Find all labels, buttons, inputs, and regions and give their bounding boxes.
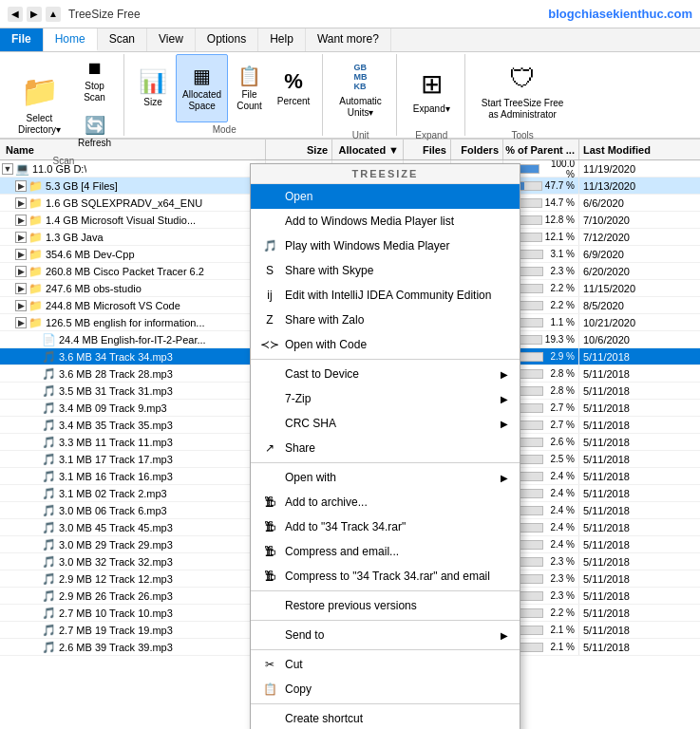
size-button[interactable]: 📊 Size [132, 54, 174, 122]
context-menu-item-share[interactable]: ↗Share [251, 436, 520, 460]
context-menu-item-add-rar[interactable]: 🗜Add to "34 Track 34.rar" [251, 514, 520, 539]
context-menu-item-compress-email[interactable]: 🗜Compress and email... [251, 539, 520, 564]
file-name-text: 3.6 MB 34 Track 34.mp3 [59, 351, 173, 363]
up-button[interactable]: ▲ [46, 7, 61, 22]
context-menu-item-open-with[interactable]: Open with▶ [251, 465, 520, 490]
cell-name: 🎵3.6 MB 28 Track 28.mp3 [0, 365, 266, 382]
context-menu-item-add-to-wmp[interactable]: Add to Windows Media Player list [251, 209, 520, 234]
context-menu-item-cut[interactable]: ✂Cut [251, 652, 520, 677]
context-menu-label: Edit with IntelliJ IDEA Community Editio… [285, 289, 491, 302]
tab-scan[interactable]: Scan [98, 28, 147, 51]
start-treesize-button[interactable]: 🛡 Start TreeSize Freeas Administrator [473, 54, 573, 128]
pct-text: 2.4 % [546, 488, 575, 498]
expand-tree-icon[interactable]: ▶ [15, 180, 27, 192]
file-count-button[interactable]: 📋 FileCount [230, 54, 269, 122]
cell-name: 🎵2.6 MB 39 Track 39.mp3 [0, 639, 266, 655]
pct-text: 2.3 % [546, 266, 575, 276]
expand-tree-icon[interactable]: ▶ [15, 300, 27, 311]
col-header-date[interactable]: Last Modified [579, 140, 700, 159]
ribbon-tabs: File Home Scan View Options Help Want mo… [0, 28, 700, 52]
expand-tree-icon[interactable]: ▶ [15, 266, 27, 277]
stop-scan-button[interactable]: ⏹ StopScan [71, 54, 118, 108]
ribbon: File Home Scan View Options Help Want mo… [0, 28, 700, 140]
tab-want-more[interactable]: Want more? [306, 28, 391, 51]
back-button[interactable]: ◀ [8, 7, 23, 22]
expand-tree-icon[interactable]: ▶ [15, 197, 27, 209]
context-menu-item-restore-prev[interactable]: Restore previous versions [251, 593, 520, 618]
context-menu-item-cast[interactable]: Cast to Device▶ [251, 362, 520, 386]
context-menu-label: Share with Skype [285, 264, 373, 277]
expand-tree-icon[interactable]: ▶ [15, 283, 27, 294]
expand-tree-icon[interactable]: ▶ [15, 317, 27, 328]
expand-button[interactable]: ⊞ Expand▾ [405, 54, 459, 128]
file-name-text: 126.5 MB english for information... [46, 317, 205, 328]
col-header-size[interactable]: Size [266, 140, 332, 159]
context-menu-item-copy[interactable]: 📋Copy [251, 677, 520, 701]
col-header-name[interactable]: Name [0, 140, 266, 159]
context-menu-separator [251, 590, 520, 591]
expand-tree-icon[interactable]: ▶ [15, 215, 27, 226]
cell-date: 11/13/2020 [579, 178, 700, 194]
column-header: Name Size Allocated ▼ Files Folders % of… [0, 140, 700, 160]
cell-date: 5/11/2018 [579, 485, 700, 501]
file-name-text: 2.7 MB 10 Track 10.mp3 [59, 608, 173, 619]
cell-date: 7/10/2020 [579, 212, 700, 228]
cell-date: 5/11/2018 [579, 502, 700, 518]
pct-text: 2.5 % [546, 454, 575, 464]
cell-name: ▼💻11.0 GB D:\ [0, 160, 266, 177]
context-menu-item-share-skype[interactable]: SShare with Skype [251, 258, 520, 283]
file-name-text: 2.6 MB 39 Track 39.mp3 [59, 642, 173, 653]
cell-name: 🎵3.1 MB 17 Track 17.mp3 [0, 451, 266, 467]
tab-file[interactable]: File [0, 28, 44, 51]
context-menu-item-7zip[interactable]: 7-Zip▶ [251, 386, 520, 411]
cell-name: 🎵2.9 MB 26 Track 26.mp3 [0, 588, 266, 604]
file-name-text: 3.6 MB 28 Track 28.mp3 [59, 368, 173, 380]
context-menu-item-open[interactable]: Open [251, 184, 520, 209]
allocated-space-button[interactable]: ▦ AllocatedSpace [176, 54, 228, 122]
tools-buttons: 🛡 Start TreeSize Freeas Administrator [473, 54, 573, 128]
pct-text: 2.2 % [546, 608, 575, 618]
context-menu-item-open-code[interactable]: ≺≻Open with Code [251, 332, 520, 357]
context-menu-icon: 🗜 [262, 569, 277, 584]
folder-icon: 📁 [28, 214, 43, 227]
file-name-text: 3.0 MB 29 Track 29.mp3 [59, 539, 173, 551]
pct-text: 14.7 % [545, 197, 575, 208]
expand-tree-icon[interactable]: ▶ [15, 232, 27, 243]
expand-tree-icon[interactable]: ▼ [2, 163, 13, 175]
col-header-folders[interactable]: Folders [451, 140, 503, 159]
cell-date: 5/11/2018 [579, 417, 700, 433]
percent-button[interactable]: % Percent [271, 54, 316, 122]
context-menu-item-add-archive[interactable]: 🗜Add to archive... [251, 490, 520, 514]
tab-help[interactable]: Help [258, 28, 306, 51]
forward-button[interactable]: ▶ [27, 7, 42, 22]
cell-date: 5/11/2018 [579, 588, 700, 604]
context-menu-arrow-icon: ▶ [501, 394, 508, 404]
pct-text: 2.4 % [546, 471, 575, 481]
file-name-text: 11.0 GB D:\ [32, 163, 86, 175]
context-menu-item-share-zalo[interactable]: ZShare with Zalo [251, 308, 520, 332]
file-name-text: 244.8 MB Microsoft VS Code [46, 300, 180, 311]
context-menu-icon: Z [262, 312, 277, 327]
app-title: TreeSize Free [68, 8, 141, 21]
context-menu-icon: ≺≻ [262, 337, 277, 352]
folder-icon: 📁 [28, 248, 43, 261]
col-header-allocated[interactable]: Allocated ▼ [332, 140, 404, 159]
context-menu-item-create-shortcut[interactable]: Create shortcut [251, 706, 520, 729]
col-header-files[interactable]: Files [404, 140, 451, 159]
file-icon: 📄 [42, 333, 56, 346]
expand-tree-icon[interactable]: ▶ [15, 249, 27, 260]
select-directory-button[interactable]: 📁 SelectDirectory▾ [9, 67, 69, 141]
auto-units-button[interactable]: GB MB KB AutomaticUnits▾ [331, 54, 389, 128]
pct-text: 19.3 % [545, 334, 575, 345]
file-icon: 🎵 [42, 504, 56, 517]
tab-options[interactable]: Options [196, 28, 258, 51]
context-menu-item-intellij[interactable]: ijEdit with IntelliJ IDEA Community Edit… [251, 283, 520, 308]
context-menu-item-send-to[interactable]: Send to▶ [251, 623, 520, 647]
col-header-pct[interactable]: % of Parent ... [503, 140, 579, 159]
context-menu-item-play-wmp[interactable]: 🎵Play with Windows Media Player [251, 234, 520, 258]
tab-home[interactable]: Home [44, 28, 98, 51]
context-menu-item-compress-rar-email[interactable]: 🗜Compress to "34 Track 34.rar" and email [251, 564, 520, 589]
percent-label: Percent [277, 96, 310, 107]
tab-view[interactable]: View [147, 28, 196, 51]
context-menu-item-crc-sha[interactable]: CRC SHA▶ [251, 411, 520, 436]
